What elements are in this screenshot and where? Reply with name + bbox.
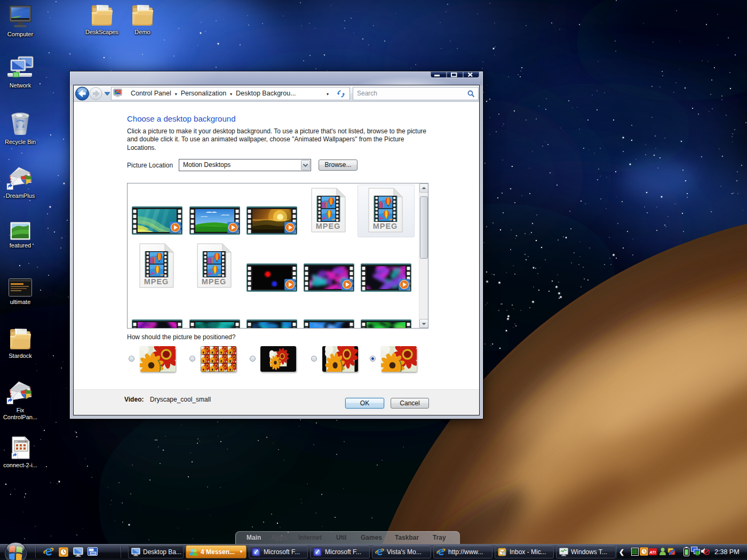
svg-text:ATI: ATI xyxy=(649,550,656,555)
svg-text:MPEG: MPEG xyxy=(202,277,227,286)
svg-text:MPEG: MPEG xyxy=(373,222,398,230)
svg-text:MPEG: MPEG xyxy=(316,222,341,230)
svg-text:MPEG: MPEG xyxy=(144,277,169,286)
